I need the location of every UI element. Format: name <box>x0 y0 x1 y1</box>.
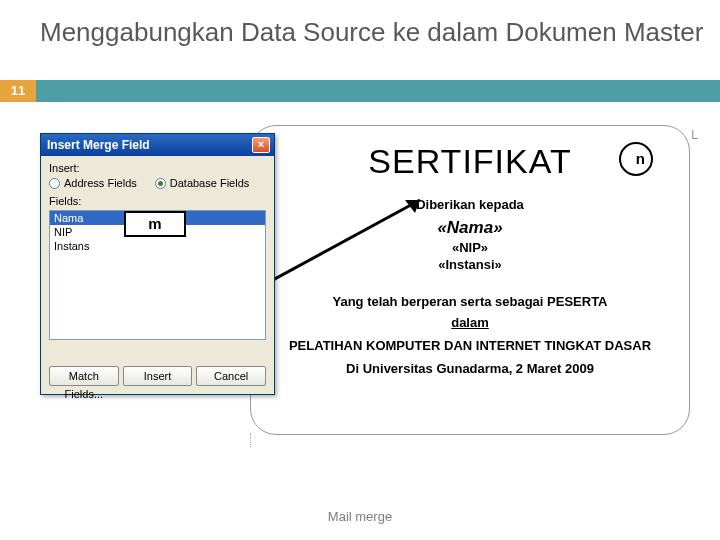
corner-crop-mark: └ <box>688 130 698 146</box>
fields-label: Fields: <box>49 195 266 207</box>
radio-database-label: Database Fields <box>170 177 250 189</box>
insert-button[interactable]: Insert <box>123 366 193 386</box>
certificate-document: └ SERTIFIKAT n Diberikan kepada «Nama» «… <box>250 125 690 435</box>
close-icon[interactable]: × <box>252 137 270 153</box>
slide-footer: Mail merge <box>0 509 720 524</box>
callout-m-box: m <box>124 211 186 237</box>
certificate-event-line: PELATIHAN KOMPUTER DAN INTERNET TINGKAT … <box>269 338 671 353</box>
insert-radio-group: Address Fields Database Fields <box>49 177 266 189</box>
slide-title: Menggabungkan Data Source ke dalam Dokum… <box>40 18 720 48</box>
dialog-title: Insert Merge Field <box>47 138 150 152</box>
title-underline-bar <box>36 80 720 102</box>
merge-field-nip: «NIP» <box>269 240 671 255</box>
radio-address-fields[interactable]: Address Fields <box>49 177 137 189</box>
merge-field-nama: «Nama» <box>269 218 671 238</box>
certificate-given-to: Diberikan kepada <box>269 197 671 212</box>
radio-icon <box>49 178 60 189</box>
certificate-dalam-line: dalam <box>269 315 671 330</box>
certificate-place-line: Di Universitas Gunadarma, 2 Maret 2009 <box>269 361 671 376</box>
dialog-body: Insert: Address Fields Database Fields F… <box>41 156 274 394</box>
certificate-title: SERTIFIKAT <box>269 142 671 181</box>
insert-merge-field-dialog: Insert Merge Field × Insert: Address Fie… <box>40 133 275 395</box>
slide-header: Menggabungkan Data Source ke dalam Dokum… <box>0 0 720 48</box>
merge-field-instansi: «Instansi» <box>269 257 671 272</box>
dialog-titlebar[interactable]: Insert Merge Field × <box>41 134 274 156</box>
content-area: └ SERTIFIKAT n Diberikan kepada «Nama» «… <box>40 115 700 450</box>
match-fields-button[interactable]: Match Fields... <box>49 366 119 386</box>
list-item[interactable]: Instans <box>50 239 265 253</box>
certificate-role-line: Yang telah berperan serta sebagai PESERT… <box>269 294 671 309</box>
dotted-mark <box>250 433 270 447</box>
insert-label: Insert: <box>49 162 266 174</box>
cancel-button[interactable]: Cancel <box>196 366 266 386</box>
radio-address-label: Address Fields <box>64 177 137 189</box>
slide-number-badge: 11 <box>0 80 36 102</box>
callout-n-label: n <box>636 150 645 167</box>
radio-database-fields[interactable]: Database Fields <box>155 177 250 189</box>
dialog-button-row: Match Fields... Insert Cancel <box>49 366 266 386</box>
radio-icon <box>155 178 166 189</box>
